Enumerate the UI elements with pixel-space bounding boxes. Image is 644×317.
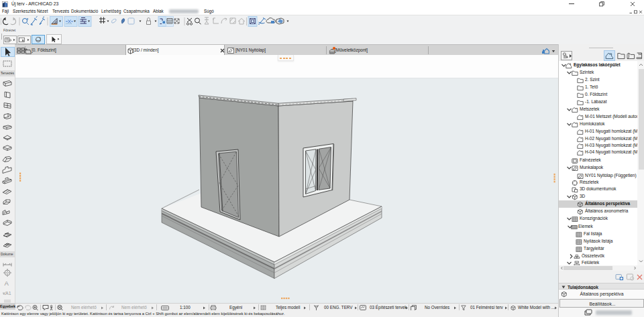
svg-text:A1: A1 xyxy=(5,291,11,296)
svg-text:A: A xyxy=(5,279,9,287)
